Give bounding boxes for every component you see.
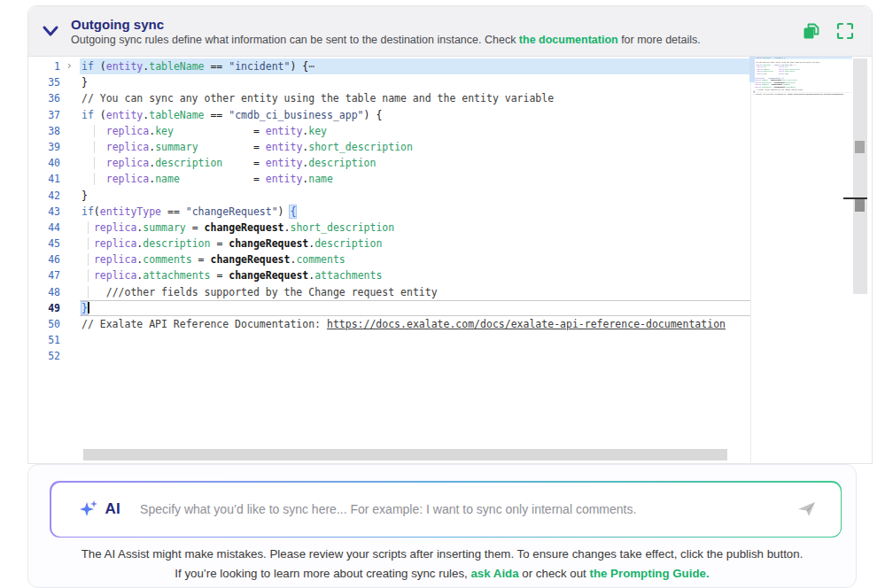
code-line[interactable]: 50// Exalate API Reference Documentation…	[28, 316, 750, 332]
code-line-text	[80, 332, 750, 348]
code-line-text: }	[80, 300, 750, 316]
copy-icon[interactable]	[802, 22, 820, 41]
line-number: 50	[28, 316, 60, 332]
line-number: 43	[28, 204, 60, 220]
line-number: 46	[28, 251, 60, 267]
gutter: 1›	[28, 58, 80, 74]
code-line-text: replica.key = entity.key	[80, 123, 750, 139]
help-middle: or check out	[519, 567, 590, 580]
code-line[interactable]: 44 replica.summary = changeRequest.short…	[28, 220, 750, 236]
prompting-guide-link[interactable]: the Prompting Guide.	[589, 567, 709, 580]
code-line-text	[80, 348, 750, 364]
code-line[interactable]: 36// You can sync any other entity using…	[28, 90, 750, 106]
code-line-text: if(entityType == "changeRequest") {	[80, 204, 750, 220]
ai-logo: AI	[78, 498, 121, 521]
fold-spacer	[60, 90, 78, 106]
code-line-text: replica.name = entity.name	[80, 171, 750, 187]
line-number: 36	[28, 90, 60, 106]
gutter: 44	[28, 220, 80, 236]
fold-spacer	[60, 107, 78, 123]
code-line-text	[753, 97, 852, 100]
panel-description: Outgoing sync rules define what informat…	[71, 33, 802, 48]
documentation-link[interactable]: the documentation	[519, 34, 618, 46]
ai-disclaimer: The AI Assist might make mistakes. Pleas…	[28, 547, 856, 561]
scrollbar-cursor-marker	[855, 198, 865, 212]
panel-title: Outgoing sync	[71, 16, 802, 33]
text-cursor	[88, 302, 89, 313]
gutter: 38	[28, 123, 80, 139]
code-line[interactable]: 49}	[28, 300, 750, 316]
code-line-text: // You can sync any other entity using t…	[80, 90, 750, 106]
ask-aida-link[interactable]: ask Aida	[470, 567, 518, 580]
vertical-scrollbar[interactable]	[853, 58, 867, 294]
code-line-text: replica.description = changeRequest.desc…	[80, 236, 750, 251]
code-line[interactable]	[753, 97, 852, 100]
fold-spacer	[60, 236, 78, 251]
fold-spacer	[60, 220, 78, 236]
code-line-text: }	[80, 188, 750, 204]
gutter: 48	[28, 284, 80, 300]
collapse-chevron-icon[interactable]	[41, 23, 60, 39]
line-number: 45	[28, 236, 60, 251]
gutter: 43	[28, 204, 80, 220]
fold-spacer	[60, 332, 78, 348]
fold-spacer	[60, 74, 78, 90]
code-line[interactable]: 40 replica.description = entity.descript…	[28, 155, 750, 171]
line-number: 40	[28, 155, 60, 171]
code-lines[interactable]: 1›if (entity.tableName == "incident") {⋯…	[28, 58, 751, 464]
code-line-text: replica.attachments = changeRequest.atta…	[80, 267, 750, 283]
fullscreen-icon[interactable]	[836, 22, 854, 40]
fold-spacer	[60, 267, 78, 283]
code-line[interactable]: 42}	[28, 188, 750, 204]
code-line[interactable]: 45 replica.description = changeRequest.d…	[28, 236, 750, 251]
minimap[interactable]: if (entity.tableName == "incident") {⋯}/…	[753, 57, 852, 190]
ai-input-inner[interactable]: AI Specify what you’d like to sync here.…	[51, 483, 841, 537]
gutter: 46	[28, 251, 80, 267]
line-number: 52	[28, 348, 60, 364]
code-line[interactable]: 35}	[28, 74, 750, 90]
fold-spacer	[60, 348, 78, 364]
send-icon[interactable]	[796, 499, 818, 520]
fold-arrow-icon[interactable]: ›	[60, 58, 78, 74]
ai-input[interactable]: AI Specify what you’d like to sync here.…	[50, 481, 842, 538]
code-line-text: replica.description = entity.description	[80, 155, 750, 171]
line-number: 49	[28, 300, 60, 316]
gutter: 42	[28, 188, 80, 204]
code-line[interactable]: 1›if (entity.tableName == "incident") {⋯	[28, 58, 750, 74]
vertical-scrollbar-thumb[interactable]	[855, 141, 865, 153]
header-icons	[802, 22, 854, 41]
horizontal-scrollbar-thumb[interactable]	[83, 449, 727, 460]
line-number: 44	[28, 220, 60, 236]
ai-help-text: If you’re looking to learn more about cr…	[28, 567, 856, 580]
code-line[interactable]: 43if(entityType == "changeRequest") {	[28, 204, 750, 220]
fold-spacer	[60, 300, 78, 316]
code-line-text: replica.comments = changeRequest.comment…	[80, 251, 750, 267]
code-line[interactable]: 37if (entity.tableName == "cmdb_ci_busin…	[28, 107, 750, 123]
code-line[interactable]: 52	[28, 348, 750, 364]
code-line[interactable]: 46 replica.comments = changeRequest.comm…	[28, 251, 750, 267]
fold-spacer	[60, 204, 78, 220]
code-line[interactable]: 38 replica.key = entity.key	[28, 123, 750, 139]
code-line[interactable]: 41 replica.name = entity.name	[28, 171, 750, 187]
line-number: 35	[28, 74, 60, 90]
code-line-text: if (entity.tableName == "cmdb_ci_busines…	[80, 107, 750, 123]
code-line[interactable]: 39 replica.summary = entity.short_descri…	[28, 139, 750, 155]
fold-spacer	[60, 171, 78, 187]
code-line-text: replica.summary = entity.short_descripti…	[80, 139, 750, 155]
fold-spacer	[60, 251, 78, 267]
code-line[interactable]: 51	[28, 332, 750, 348]
code-line-text: // Exalate API Reference Documentation: …	[80, 316, 750, 332]
code-line[interactable]: 48 ///other fields supported by the Chan…	[28, 284, 750, 300]
gutter: 47	[28, 267, 80, 283]
fold-spacer	[60, 316, 78, 332]
code-editor[interactable]: 1›if (entity.tableName == "incident") {⋯…	[28, 57, 872, 464]
line-number: 47	[28, 267, 60, 283]
gutter: 40	[28, 155, 80, 171]
gutter: 35	[28, 74, 80, 90]
gutter: 52	[28, 348, 80, 364]
gutter: 41	[28, 171, 80, 187]
gutter: 49	[28, 300, 80, 316]
line-number: 41	[28, 171, 60, 187]
minimap-viewport-indicator[interactable]	[749, 57, 755, 82]
code-line[interactable]: 47 replica.attachments = changeRequest.a…	[28, 267, 750, 283]
